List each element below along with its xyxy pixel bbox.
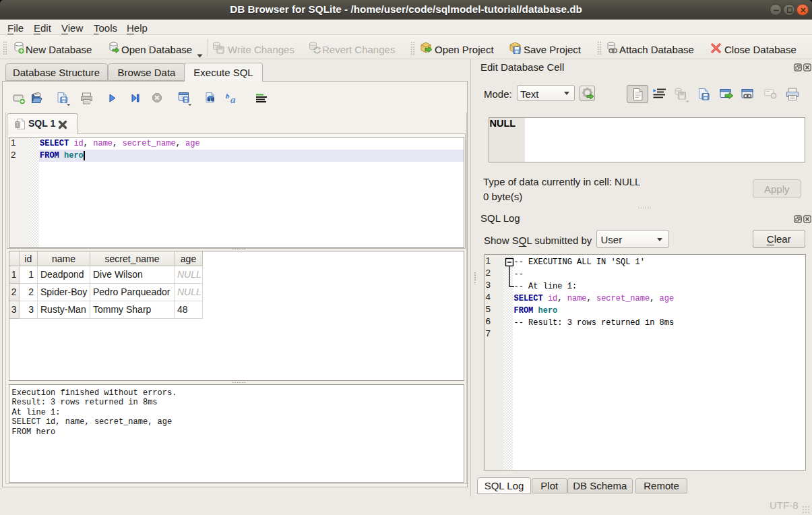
svg-text:a: a [230,94,236,105]
svg-text:b: b [226,92,230,100]
